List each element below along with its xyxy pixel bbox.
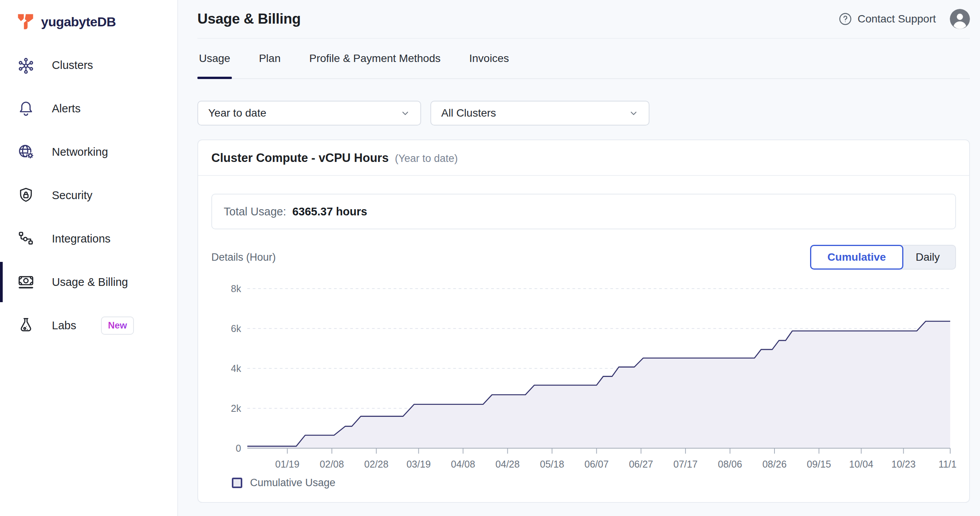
total-usage-value: 6365.37 hours	[292, 205, 367, 218]
svg-text:01/19: 01/19	[275, 459, 300, 470]
toggle-daily[interactable]: Daily	[900, 245, 956, 270]
svg-text:09/15: 09/15	[807, 459, 831, 470]
brand-name: yugabyteDB	[41, 14, 116, 29]
area-fill	[247, 321, 950, 448]
total-usage-box: Total Usage: 6365.37 hours	[211, 194, 956, 229]
banknote-icon	[17, 273, 35, 291]
svg-text:02/28: 02/28	[364, 459, 389, 470]
flask-icon	[17, 316, 35, 334]
svg-text:10/23: 10/23	[891, 459, 916, 470]
chevron-down-icon	[628, 107, 639, 119]
sidebar-nav: Clusters Alerts	[0, 43, 177, 347]
svg-text:08/26: 08/26	[762, 459, 787, 470]
compute-usage-card: Cluster Compute - vCPU Hours (Year to da…	[197, 139, 970, 503]
svg-text:8k: 8k	[231, 283, 242, 294]
integrations-icon	[17, 230, 35, 248]
svg-text:2k: 2k	[231, 403, 242, 414]
toggle-cumulative[interactable]: Cumulative	[810, 245, 903, 270]
avatar-icon	[950, 9, 970, 29]
svg-text:03/19: 03/19	[406, 459, 431, 470]
time-range-value: Year to date	[208, 107, 266, 119]
time-range-select[interactable]: Year to date	[197, 101, 421, 126]
active-indicator	[0, 132, 3, 172]
sidebar-item-label: Usage & Billing	[52, 276, 128, 289]
cluster-select[interactable]: All Clusters	[430, 101, 649, 126]
cluster-select-value: All Clusters	[441, 107, 496, 119]
filters-row: Year to date All Clusters	[197, 101, 970, 126]
active-indicator	[0, 175, 3, 215]
sidebar-item-label: Labs	[52, 319, 76, 332]
sidebar-item-security[interactable]: Security	[0, 174, 177, 217]
active-indicator	[0, 88, 3, 129]
globe-gear-icon	[17, 143, 35, 161]
svg-text:10/04: 10/04	[849, 459, 874, 470]
help-icon	[838, 12, 852, 26]
card-header: Cluster Compute - vCPU Hours (Year to da…	[198, 140, 969, 176]
x-axis: 01/1902/0802/2803/1904/0804/2805/1806/07…	[247, 448, 956, 470]
topbar-actions: Contact Support	[838, 9, 970, 29]
shield-lock-icon	[17, 186, 35, 204]
page-title: Usage & Billing	[197, 11, 301, 27]
tab-usage[interactable]: Usage	[197, 39, 232, 78]
svg-text:07/17: 07/17	[673, 459, 698, 470]
sidebar-item-label: Integrations	[52, 232, 111, 245]
total-usage-label: Total Usage:	[224, 205, 286, 218]
chart-legend: Cumulative Usage	[232, 477, 956, 489]
sidebar-item-networking[interactable]: Networking	[0, 130, 177, 174]
sidebar-item-label: Networking	[52, 146, 108, 158]
details-row: Details (Hour) Cumulative Daily	[211, 245, 956, 270]
sidebar: yugabyteDB Clusters	[0, 0, 178, 516]
brand-logo[interactable]: yugabyteDB	[0, 0, 177, 31]
tab-plan[interactable]: Plan	[257, 39, 282, 78]
svg-text:0: 0	[236, 443, 241, 454]
yugabyte-logo-icon	[16, 12, 35, 31]
main-content: Usage & Billing Contact Support	[178, 0, 980, 516]
clusters-icon	[17, 56, 35, 74]
svg-text:06/27: 06/27	[629, 459, 653, 470]
active-indicator	[0, 262, 3, 302]
svg-text:4k: 4k	[231, 363, 242, 374]
svg-text:05/18: 05/18	[540, 459, 564, 470]
new-badge: New	[101, 316, 134, 335]
details-label: Details (Hour)	[211, 251, 276, 263]
sidebar-item-clusters[interactable]: Clusters	[0, 43, 177, 87]
svg-text:08/06: 08/06	[718, 459, 742, 470]
tab-profile-payment-methods[interactable]: Profile & Payment Methods	[308, 39, 442, 78]
tab-invoices[interactable]: Invoices	[468, 39, 511, 78]
card-title: Cluster Compute - vCPU Hours	[211, 151, 389, 165]
svg-text:04/08: 04/08	[451, 459, 475, 470]
user-avatar[interactable]	[950, 9, 970, 29]
usage-area-chart: 02k4k6k8k01/1902/0802/2803/1904/0804/280…	[211, 279, 956, 475]
billing-tabs: Usage Plan Profile & Payment Methods Inv…	[197, 39, 970, 79]
card-subtitle: (Year to date)	[395, 153, 458, 165]
sidebar-item-labs[interactable]: Labs New	[0, 304, 177, 347]
svg-text:11/13: 11/13	[939, 459, 956, 470]
app-root: yugabyteDB Clusters	[0, 0, 980, 516]
active-indicator	[0, 305, 3, 346]
svg-text:02/08: 02/08	[320, 459, 344, 470]
chevron-down-icon	[399, 107, 411, 119]
legend-label: Cumulative Usage	[250, 477, 336, 489]
svg-text:04/28: 04/28	[495, 459, 520, 470]
svg-text:06/07: 06/07	[584, 459, 609, 470]
sidebar-item-alerts[interactable]: Alerts	[0, 87, 177, 130]
topbar: Usage & Billing Contact Support	[197, 0, 970, 39]
bell-icon	[17, 100, 35, 117]
sidebar-item-integrations[interactable]: Integrations	[0, 217, 177, 260]
contact-support-button[interactable]: Contact Support	[838, 12, 936, 26]
view-mode-toggle: Cumulative Daily	[810, 245, 956, 270]
legend-checkbox[interactable]	[232, 478, 242, 488]
active-indicator	[0, 218, 3, 259]
card-body: Total Usage: 6365.37 hours Details (Hour…	[198, 194, 969, 502]
svg-text:6k: 6k	[231, 323, 242, 334]
active-indicator	[0, 45, 3, 85]
sidebar-item-label: Security	[52, 189, 93, 202]
sidebar-item-label: Alerts	[52, 102, 81, 115]
chart-container: 02k4k6k8k01/1902/0802/2803/1904/0804/280…	[211, 279, 956, 476]
sidebar-item-label: Clusters	[52, 59, 93, 72]
sidebar-item-usage-billing[interactable]: Usage & Billing	[0, 260, 177, 304]
contact-support-label: Contact Support	[858, 13, 936, 25]
